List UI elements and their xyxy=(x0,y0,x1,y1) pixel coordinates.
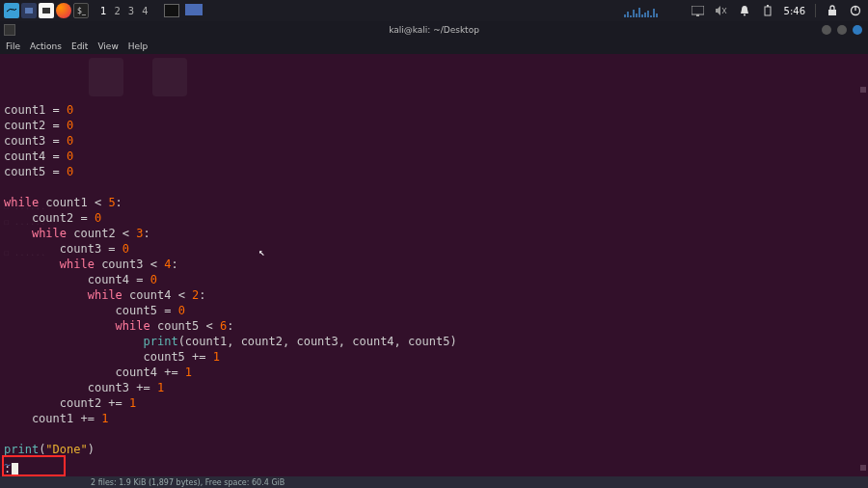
code-line: count2 = 0 xyxy=(4,119,73,132)
separator xyxy=(815,4,816,17)
lock-icon[interactable] xyxy=(826,4,839,17)
code-line xyxy=(4,427,11,441)
svg-rect-9 xyxy=(767,5,769,7)
menu-bar: File Actions Edit View Help xyxy=(0,39,868,54)
vim-command-line[interactable]: : xyxy=(0,461,868,476)
workspace-switcher: 1 2 3 4 xyxy=(100,6,149,16)
scroll-up-icon[interactable] xyxy=(860,87,866,93)
system-taskbar: $_ 1 2 3 4 5:46 xyxy=(0,0,868,21)
command-cursor xyxy=(12,463,18,475)
code-line: while count1 < 5: xyxy=(4,196,122,209)
window-app-icon xyxy=(4,24,15,36)
clock[interactable]: 5:46 xyxy=(784,6,805,16)
minimize-button[interactable] xyxy=(822,25,831,35)
taskbar-right: 5:46 xyxy=(624,4,862,17)
svg-text:$_: $_ xyxy=(77,7,86,15)
running-terminal-icon[interactable] xyxy=(164,4,179,17)
scrollbar[interactable] xyxy=(860,56,866,471)
code-line: while count4 < 2: xyxy=(4,288,206,302)
svg-point-7 xyxy=(744,14,746,16)
running-window-icon[interactable] xyxy=(185,4,203,15)
code-line: while count2 < 3: xyxy=(4,227,150,240)
workspace-4[interactable]: 4 xyxy=(142,6,148,16)
status-text: 2 files: 1.9 KiB (1,897 bytes), Free spa… xyxy=(91,478,285,487)
close-button[interactable] xyxy=(853,25,862,35)
menu-file[interactable]: File xyxy=(6,41,20,51)
svg-rect-4 xyxy=(696,14,699,16)
code-line: count4 = 0 xyxy=(4,149,73,163)
notifications-icon[interactable] xyxy=(738,4,751,17)
code-line: print("Done") xyxy=(4,443,95,456)
code-line: count3 = 0 xyxy=(4,242,129,256)
code-line xyxy=(4,180,11,194)
code-line: count2 = 0 xyxy=(4,211,101,225)
taskbar-left: $_ 1 2 3 4 xyxy=(4,3,203,18)
svg-rect-8 xyxy=(765,7,771,15)
cpu-graph-icon[interactable] xyxy=(624,4,682,17)
code-line: count3 += 1 xyxy=(4,381,164,394)
menu-edit[interactable]: Edit xyxy=(71,41,88,51)
display-icon[interactable] xyxy=(692,4,705,17)
menu-help[interactable]: Help xyxy=(128,41,149,51)
workspace-2[interactable]: 2 xyxy=(114,6,120,16)
kali-menu-icon[interactable] xyxy=(4,3,19,18)
window-title-bar[interactable]: kali@kali: ~/Desktop xyxy=(0,21,868,39)
code-line: count4 = 0 xyxy=(4,273,157,286)
command-colon: : xyxy=(4,461,11,476)
svg-rect-10 xyxy=(828,10,836,15)
svg-rect-3 xyxy=(692,6,704,14)
volume-muted-icon[interactable] xyxy=(715,4,728,17)
running-apps xyxy=(164,4,203,17)
firefox-icon[interactable] xyxy=(56,3,71,18)
workspace-3[interactable]: 3 xyxy=(128,6,134,16)
file-manager-status-bar: 2 files: 1.9 KiB (1,897 bytes), Free spa… xyxy=(0,476,868,488)
code-line: count5 = 0 xyxy=(4,304,185,317)
code-line: count5 += 1 xyxy=(4,350,220,364)
code-line: while count3 < 4: xyxy=(4,258,178,271)
code-line: count2 += 1 xyxy=(4,396,136,410)
vim-editor[interactable]: ☐ ......☐ ......☐ ...... count1 = 0 coun… xyxy=(0,54,868,476)
code-line: while count5 < 6: xyxy=(4,319,233,333)
window-buttons xyxy=(822,25,862,35)
terminal-launcher-icon[interactable]: $_ xyxy=(73,3,89,18)
maximize-button[interactable] xyxy=(837,25,847,35)
workspace-1[interactable]: 1 xyxy=(100,6,106,16)
files-icon[interactable] xyxy=(39,3,54,18)
svg-rect-0 xyxy=(25,8,33,14)
code-line: count4 += 1 xyxy=(4,366,192,379)
menu-view[interactable]: View xyxy=(97,41,118,51)
file-manager-icon[interactable] xyxy=(21,3,37,18)
power-icon[interactable] xyxy=(761,4,774,17)
mouse-cursor-icon: ↖ xyxy=(258,245,265,260)
menu-actions[interactable]: Actions xyxy=(30,41,62,51)
code-line: count1 += 1 xyxy=(4,412,108,425)
logout-icon[interactable] xyxy=(849,4,862,17)
desktop-ghost-icons xyxy=(89,58,187,96)
code-line: count3 = 0 xyxy=(4,134,73,148)
code-line: count1 = 0 xyxy=(4,103,73,117)
code-line: print(count1, count2, count3, count4, co… xyxy=(4,335,457,348)
svg-rect-1 xyxy=(42,8,50,14)
code-line: count5 = 0 xyxy=(4,165,73,178)
window-title: kali@kali: ~/Desktop xyxy=(389,25,479,35)
